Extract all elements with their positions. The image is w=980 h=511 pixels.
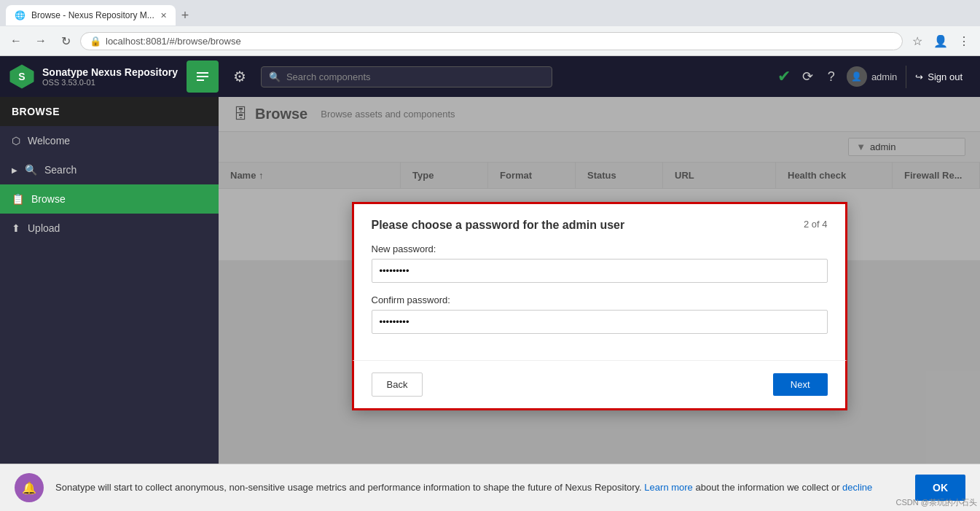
confirm-password-group: Confirm password:	[372, 294, 828, 334]
tab-title: Browse - Nexus Repository M...	[31, 10, 154, 20]
new-tab-button[interactable]: +	[176, 8, 195, 23]
tab-favicon: 🌐	[15, 10, 26, 20]
nav-right: ✔ ⟳ ? 👤 admin ↪ Sign out	[777, 66, 971, 88]
help-button[interactable]: ?	[825, 66, 838, 87]
browse-icon	[195, 69, 210, 84]
profile-button[interactable]: 👤	[930, 31, 951, 51]
user-info: 👤 admin	[847, 66, 897, 87]
upload-icon: ⬆	[12, 222, 20, 234]
browser-chrome: 🌐 Browse - Nexus Repository M... ✕ + ← →…	[0, 0, 980, 56]
new-password-group: New password:	[372, 243, 828, 283]
lock-icon: 🔒	[90, 36, 101, 47]
modal-footer: Back Next	[352, 360, 847, 410]
sign-out-icon: ↪	[915, 71, 923, 82]
avatar: 👤	[847, 66, 867, 87]
address-bar[interactable]: 🔒 localhost:8081/#/browse/browse	[80, 32, 903, 50]
bottom-banner: 🔔 Sonatype will start to collect anonymo…	[0, 464, 980, 511]
search-icon: 🔍	[25, 164, 37, 176]
modal-title: Please choose a password for the admin u…	[372, 219, 625, 232]
tab-close-button[interactable]: ✕	[160, 11, 167, 20]
modal-header: Please choose a password for the admin u…	[352, 202, 847, 243]
svg-rect-4	[197, 79, 204, 81]
banner-icon: 🔔	[15, 473, 44, 502]
modal-step: 2 of 4	[804, 219, 828, 230]
svg-rect-2	[197, 72, 208, 74]
browse-icon: 📋	[12, 193, 24, 205]
svg-text:S: S	[18, 71, 25, 82]
nav-actions: ☆ 👤 ⋮	[907, 31, 974, 51]
sign-out-label: Sign out	[928, 71, 963, 82]
browser-nav: ← → ↻ 🔒 localhost:8081/#/browse/browse ☆…	[0, 26, 980, 55]
welcome-icon: ⬡	[12, 135, 20, 147]
back-button[interactable]: Back	[372, 372, 423, 397]
browse-nav-button[interactable]	[187, 61, 219, 93]
password-modal: Please choose a password for the admin u…	[352, 202, 847, 410]
logo-text: Sonatype Nexus Repository OSS 3.53.0-01	[42, 66, 178, 87]
menu-button[interactable]: ⋮	[954, 31, 974, 51]
sign-out-button[interactable]: ↪ Sign out	[906, 66, 971, 88]
search-icon: 🔍	[269, 71, 281, 82]
sidebar-item-upload[interactable]: ⬆ Upload	[0, 214, 219, 243]
confirm-password-label: Confirm password:	[372, 294, 828, 305]
learn-more-link[interactable]: Learn more	[644, 482, 692, 493]
logo-title: Sonatype Nexus Repository	[42, 66, 178, 78]
app: S Sonatype Nexus Repository OSS 3.53.0-0…	[0, 56, 980, 511]
refresh-button[interactable]: ↻	[55, 31, 76, 51]
sidebar-heading: Browse	[0, 97, 219, 126]
username-label: admin	[871, 71, 897, 82]
sidebar: Browse ⬡ Welcome ▶ 🔍 Search 📋 Browse ⬆ U…	[0, 97, 219, 511]
sidebar-item-welcome[interactable]: ⬡ Welcome	[0, 126, 219, 155]
confirm-password-input[interactable]	[372, 310, 828, 334]
sidebar-item-label: Browse	[31, 193, 66, 205]
settings-button[interactable]: ⚙	[227, 62, 252, 91]
modal-overlay: Please choose a password for the admin u…	[219, 97, 980, 511]
sidebar-item-browse[interactable]: 📋 Browse	[0, 184, 219, 214]
new-password-label: New password:	[372, 243, 828, 254]
new-password-input[interactable]	[372, 259, 828, 283]
watermark: CSDN @茶玩的小石头	[896, 497, 977, 508]
search-input[interactable]	[286, 71, 544, 82]
next-button[interactable]: Next	[773, 373, 828, 396]
main-layout: Browse ⬡ Welcome ▶ 🔍 Search 📋 Browse ⬆ U…	[0, 97, 980, 511]
status-icon: ✔	[777, 67, 791, 86]
logo-area: S Sonatype Nexus Repository OSS 3.53.0-0…	[9, 63, 178, 90]
logo-icon: S	[9, 63, 35, 90]
search-bar[interactable]: 🔍	[261, 66, 552, 87]
forward-button[interactable]: →	[31, 31, 51, 51]
banner-text-middle: about the information we collect or	[695, 482, 839, 493]
banner-text: Sonatype will start to collect anonymous…	[55, 480, 903, 495]
svg-rect-3	[197, 76, 208, 77]
url-text: localhost:8081/#/browse/browse	[106, 36, 241, 47]
expand-icon: ▶	[12, 166, 17, 174]
decline-link[interactable]: decline	[842, 482, 872, 493]
top-nav: S Sonatype Nexus Repository OSS 3.53.0-0…	[0, 56, 980, 97]
refresh-icon-button[interactable]: ⟳	[799, 66, 816, 87]
modal-body: New password: Confirm password:	[352, 243, 847, 360]
logo-subtitle: OSS 3.53.0-01	[42, 78, 178, 87]
browser-tab-active[interactable]: 🌐 Browse - Nexus Repository M... ✕	[6, 5, 176, 26]
banner-text-before: Sonatype will start to collect anonymous…	[55, 482, 642, 493]
sidebar-item-search[interactable]: ▶ 🔍 Search	[0, 155, 219, 184]
sidebar-item-label: Search	[44, 164, 77, 176]
browser-tabs: 🌐 Browse - Nexus Repository M... ✕ +	[0, 0, 980, 26]
back-button[interactable]: ←	[6, 31, 26, 51]
bookmark-button[interactable]: ☆	[907, 31, 928, 51]
sidebar-item-label: Welcome	[28, 135, 70, 147]
sidebar-item-label: Upload	[28, 222, 60, 234]
content-area: 🗄 Browse Browse assets and components ▼ …	[219, 97, 980, 511]
